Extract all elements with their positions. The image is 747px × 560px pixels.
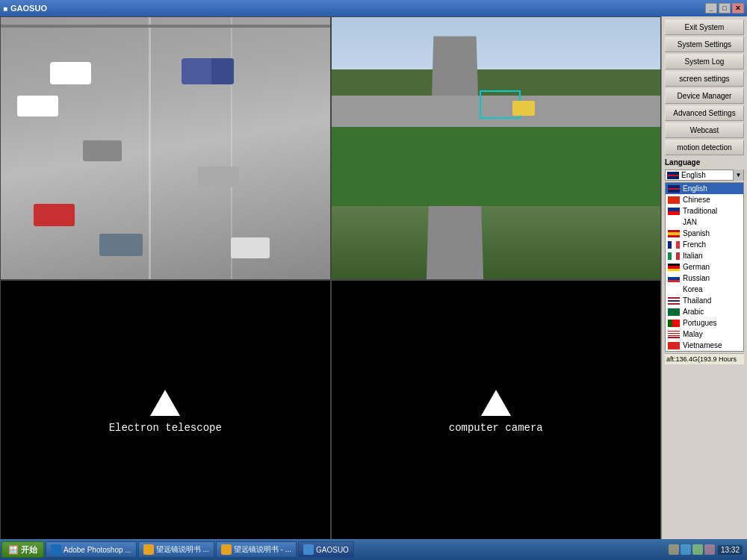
camera-1 xyxy=(0,16,331,280)
lang-label-spanish: Spanish xyxy=(683,229,710,237)
lang-label-russian: Russian xyxy=(683,274,710,282)
lang-label-thailand: Thailand xyxy=(683,296,711,305)
clock-display: 13:32 xyxy=(718,545,743,555)
lang-label-portuguese: Portugues xyxy=(683,319,717,327)
lang-flag-spanish xyxy=(668,230,680,237)
lang-item-english[interactable]: English xyxy=(666,183,743,194)
systray-icons xyxy=(669,544,715,555)
lang-item-korea[interactable]: Korea xyxy=(666,284,743,295)
minimize-button[interactable]: _ xyxy=(705,3,717,13)
car-dark xyxy=(99,234,143,256)
lang-item-jan[interactable]: JAN xyxy=(666,217,743,228)
lang-item-arabic[interactable]: Arabic xyxy=(666,306,743,317)
lang-flag-traditional xyxy=(668,208,680,215)
lang-flag-russian xyxy=(668,275,680,282)
car-blue-truck xyxy=(182,58,234,84)
taskbar-doc1[interactable]: 望远镜说明书 ... xyxy=(138,541,214,558)
car-silver xyxy=(231,237,270,258)
screen-settings-button[interactable]: screen settings xyxy=(665,71,744,87)
lang-label-arabic: Arabic xyxy=(683,308,704,316)
exit-system-button[interactable]: Exit System xyxy=(665,19,744,35)
motion-detection-button[interactable]: motion detection xyxy=(665,140,744,155)
lang-label-german: German xyxy=(683,263,710,271)
lang-flag-portuguese xyxy=(668,320,680,327)
lang-flag-french xyxy=(668,241,680,249)
doc1-icon xyxy=(143,544,154,555)
vehicle-yellow xyxy=(512,101,535,116)
taskbar-doc2[interactable]: 望远镜说明书 - ... xyxy=(216,541,297,558)
language-select-wrapper[interactable]: English ▼ xyxy=(665,169,744,181)
car-red xyxy=(34,204,75,226)
lang-item-chinese[interactable]: Chinese xyxy=(666,194,743,205)
taskbar-doc2-label: 望远镜说明书 - ... xyxy=(234,544,291,555)
car-gray xyxy=(83,140,122,161)
app-title: GAOSUO xyxy=(10,4,47,13)
systray-icon-1 xyxy=(669,544,679,555)
lang-flag-malay xyxy=(668,331,680,338)
highway-scene xyxy=(1,17,330,279)
advanced-settings-button[interactable]: Advanced Settings xyxy=(665,105,744,121)
lang-item-german[interactable]: German xyxy=(666,261,743,273)
lang-label-malay: Malay xyxy=(683,330,703,338)
lang-item-vietnamese[interactable]: Vietnamese xyxy=(666,340,743,351)
taskbar-gaosuo-label: GAOSUO xyxy=(316,546,349,554)
lang-flag-arabic xyxy=(668,308,680,316)
status-line: aft:136.4G(193.9 Hours xyxy=(665,353,744,364)
lang-label-traditional: Traditional xyxy=(683,207,717,215)
lang-label-vietnamese: Vietnamese xyxy=(683,341,722,349)
taskbar-gaosuo[interactable]: GAOSUO xyxy=(298,541,354,558)
lang-flag-jan xyxy=(668,219,680,226)
lang-flag-chinese xyxy=(668,196,680,204)
sidebar: Exit System System Settings System Log s… xyxy=(661,16,747,544)
lang-item-french[interactable]: French xyxy=(666,239,743,250)
lang-label-korea: Korea xyxy=(683,285,703,293)
doc2-icon xyxy=(221,544,232,555)
language-list[interactable]: EnglishChineseTraditionalJANSpanishFrenc… xyxy=(665,182,744,352)
aerial-scene xyxy=(332,17,661,279)
titlebar-controls: _ □ ✕ xyxy=(705,3,744,13)
system-settings-button[interactable]: System Settings xyxy=(665,37,744,52)
language-label: Language xyxy=(665,157,744,168)
lang-item-thailand[interactable]: Thailand xyxy=(666,295,743,306)
photoshop-icon xyxy=(51,544,61,555)
car-white xyxy=(50,62,91,84)
lang-flag-english xyxy=(668,185,680,193)
gaosuo-icon xyxy=(303,544,314,555)
camera-grid: Electron telescope computer camera xyxy=(0,16,661,544)
lang-item-portuguese[interactable]: Portugues xyxy=(666,317,743,329)
close-button[interactable]: ✕ xyxy=(732,3,744,13)
current-language-text: English xyxy=(681,171,706,179)
lang-item-italian[interactable]: Italian xyxy=(666,250,743,261)
restore-button[interactable]: □ xyxy=(719,3,731,13)
language-dropdown-arrow[interactable]: ▼ xyxy=(733,169,743,181)
systray-icon-3 xyxy=(692,544,703,555)
app-icon: ■ xyxy=(3,4,7,13)
system-log-button[interactable]: System Log xyxy=(665,54,744,69)
lang-item-malay[interactable]: Malay xyxy=(666,329,743,340)
systray-icon-4 xyxy=(704,544,715,555)
start-button[interactable]: 🪟 开始 xyxy=(1,541,44,558)
lang-label-english: English xyxy=(683,184,707,193)
camera-2 xyxy=(331,16,662,280)
systray-icon-2 xyxy=(681,544,691,555)
lang-flag-vietnamese xyxy=(668,342,680,349)
main-area: Electron telescope computer camera Exit … xyxy=(0,16,747,544)
titlebar: ■ GAOSUO _ □ ✕ xyxy=(0,0,747,16)
current-flag xyxy=(667,172,679,179)
car-light xyxy=(198,167,239,187)
lang-label-french: French xyxy=(683,240,706,249)
windows-icon: 🪟 xyxy=(8,545,19,555)
lang-label-jan: JAN xyxy=(683,218,697,226)
lang-flag-german xyxy=(668,264,680,271)
lang-item-spanish[interactable]: Spanish xyxy=(666,228,743,239)
camera-4: computer camera xyxy=(331,280,662,544)
taskbar-photoshop-label: Adobe Photoshop ... xyxy=(63,546,131,554)
cam4-label: computer camera xyxy=(449,422,543,434)
device-manager-button[interactable]: Device Manager xyxy=(665,88,744,104)
webcast-button[interactable]: Webcast xyxy=(665,122,744,138)
lang-item-russian[interactable]: Russian xyxy=(666,273,743,284)
lang-item-traditional[interactable]: Traditional xyxy=(666,205,743,217)
taskbar: 🪟 开始 Adobe Photoshop ... 望远镜说明书 ... 望远镜说… xyxy=(0,539,747,560)
taskbar-photoshop[interactable]: Adobe Photoshop ... xyxy=(46,541,137,558)
start-label: 开始 xyxy=(21,544,37,556)
